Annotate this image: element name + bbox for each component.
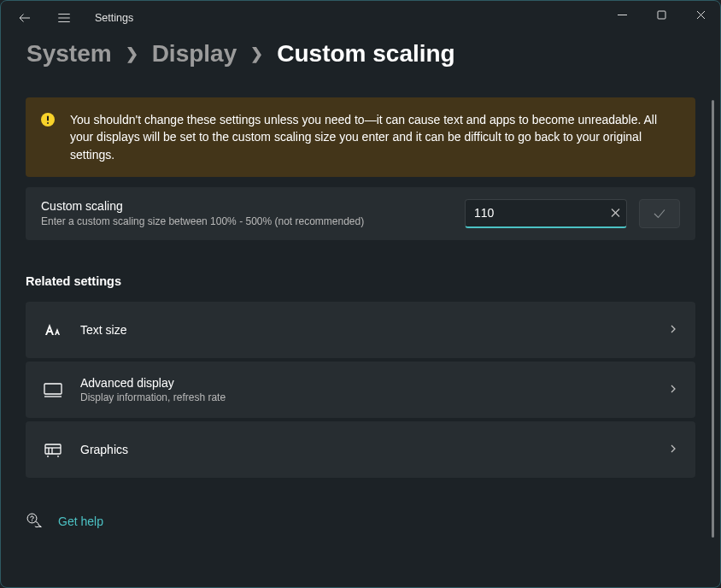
custom-scaling-title: Custom scaling: [41, 199, 465, 213]
warning-banner: You shouldn't change these settings unle…: [26, 97, 695, 177]
maximize-button[interactable]: [642, 1, 681, 28]
svg-rect-9: [47, 116, 49, 121]
graphics-icon: [43, 439, 67, 460]
chevron-right-icon: ❯: [250, 44, 263, 63]
link-label: Graphics: [80, 443, 668, 456]
scrollbar-thumb[interactable]: [712, 100, 714, 538]
warning-text: You shouldn't change these settings unle…: [70, 111, 680, 163]
monitor-icon: [43, 379, 67, 400]
scaling-input[interactable]: [465, 199, 627, 228]
chevron-right-icon: [668, 323, 678, 337]
minimize-button[interactable]: [602, 1, 642, 28]
svg-rect-15: [45, 444, 61, 454]
apply-button[interactable]: [639, 199, 680, 228]
link-text-size[interactable]: Text size: [26, 302, 695, 358]
link-label: Text size: [80, 323, 668, 337]
breadcrumb-system[interactable]: System: [26, 40, 112, 68]
chevron-right-icon: [668, 383, 678, 397]
scrollbar[interactable]: [711, 100, 715, 575]
link-graphics[interactable]: Graphics: [26, 421, 695, 478]
svg-rect-10: [47, 122, 49, 124]
breadcrumb: System ❯ Display ❯ Custom scaling: [1, 35, 720, 83]
custom-scaling-card: Custom scaling Enter a custom scaling si…: [26, 187, 695, 240]
get-help-link[interactable]: Get help: [58, 514, 103, 528]
text-size-icon: [43, 320, 67, 340]
chevron-right-icon: [668, 443, 678, 456]
clear-input-button[interactable]: [611, 207, 620, 220]
help-icon: [26, 512, 43, 532]
nav-menu-button[interactable]: [54, 8, 74, 28]
svg-rect-13: [44, 384, 62, 394]
warning-icon: [41, 113, 55, 126]
link-advanced-display[interactable]: Advanced display Display information, re…: [26, 362, 695, 418]
custom-scaling-subtitle: Enter a custom scaling size between 100%…: [41, 215, 465, 227]
svg-point-22: [32, 520, 32, 521]
link-subtitle: Display information, refresh rate: [80, 391, 668, 403]
svg-rect-1: [658, 11, 665, 19]
app-title: Settings: [95, 12, 133, 24]
link-label: Advanced display: [80, 376, 668, 390]
breadcrumb-display[interactable]: Display: [152, 40, 237, 68]
back-button[interactable]: [15, 8, 35, 28]
related-settings-header: Related settings: [26, 274, 695, 288]
breadcrumb-current: Custom scaling: [277, 40, 454, 68]
chevron-right-icon: ❯: [126, 44, 138, 63]
close-button[interactable]: [681, 1, 720, 28]
